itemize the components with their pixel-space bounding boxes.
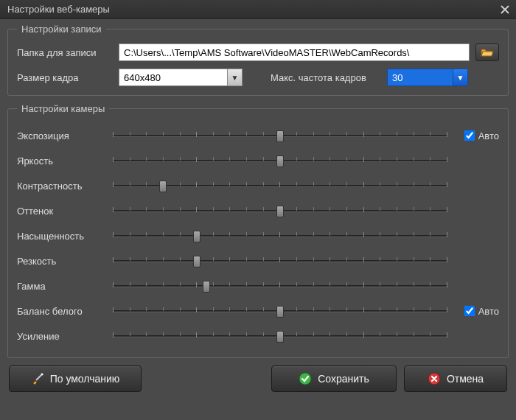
slider[interactable] — [113, 329, 447, 343]
auto-checkbox-wrap: Авто — [447, 130, 499, 141]
browse-folder-button[interactable] — [475, 43, 499, 61]
window-title: Настройки веб-камеры — [7, 4, 110, 15]
close-icon[interactable] — [498, 3, 512, 16]
folder-open-icon — [481, 47, 494, 57]
slider-thumb[interactable] — [193, 231, 201, 242]
slider-label: Резкость — [17, 256, 113, 267]
folder-label: Папка для записи — [17, 47, 113, 58]
slider-row: Насыщенность — [17, 223, 499, 248]
save-label: Сохранить — [318, 373, 369, 385]
defaults-button[interactable]: По умолчанию — [9, 365, 142, 392]
fps-label: Макс. частота кадров — [271, 72, 381, 83]
fps-value: 30 — [388, 72, 453, 83]
recording-settings-group: Настройки записи Папка для записи Размер… — [7, 24, 509, 96]
slider-label: Усиление — [17, 331, 113, 342]
frame-size-select[interactable]: 640x480 ▼ — [119, 69, 243, 86]
slider-thumb[interactable] — [276, 331, 284, 343]
svg-point-1 — [299, 373, 311, 385]
auto-label: Авто — [478, 306, 499, 317]
cancel-button[interactable]: Отмена — [404, 365, 507, 392]
x-circle-icon — [428, 372, 441, 385]
camera-legend: Настройки камеры — [17, 103, 109, 114]
slider-row: Усиление — [17, 323, 499, 349]
slider-label: Яркость — [17, 155, 113, 167]
slider-row: Баланс белогоАвто — [17, 298, 499, 323]
fps-select[interactable]: 30 ▼ — [387, 69, 468, 86]
slider[interactable] — [113, 178, 447, 193]
auto-checkbox[interactable] — [464, 306, 475, 316]
slider-label: Насыщенность — [17, 231, 113, 242]
slider-row: Гамма — [17, 273, 499, 298]
slider-thumb[interactable] — [193, 256, 201, 267]
svg-point-0 — [41, 374, 43, 376]
slider[interactable] — [113, 304, 447, 318]
slider-label: Экспозиция — [17, 130, 113, 141]
auto-checkbox[interactable] — [464, 130, 475, 141]
slider[interactable] — [113, 153, 447, 168]
recording-folder-input[interactable] — [119, 43, 470, 61]
slider-thumb[interactable] — [203, 281, 210, 293]
slider[interactable] — [113, 279, 447, 293]
auto-label: Авто — [478, 130, 499, 141]
chevron-down-icon: ▼ — [453, 69, 467, 85]
slider[interactable] — [113, 128, 447, 143]
slider-thumb[interactable] — [276, 130, 284, 142]
frame-size-label: Размер кадра — [17, 72, 113, 83]
brush-icon — [31, 372, 44, 385]
slider[interactable] — [113, 203, 447, 218]
slider-thumb[interactable] — [159, 181, 167, 192]
cancel-label: Отмена — [447, 373, 484, 385]
chevron-down-icon: ▼ — [227, 69, 242, 85]
slider[interactable] — [113, 253, 447, 268]
save-button[interactable]: Сохранить — [271, 365, 397, 392]
slider-thumb[interactable] — [276, 306, 284, 318]
slider-row: Яркость — [17, 148, 499, 173]
slider-label: Баланс белого — [17, 306, 113, 317]
titlebar: Настройки веб-камеры — [0, 0, 516, 19]
slider-label: Гамма — [17, 281, 113, 292]
slider-row: ЭкспозицияАвто — [17, 123, 499, 148]
slider-label: Оттенок — [17, 206, 113, 217]
auto-checkbox-wrap: Авто — [447, 306, 499, 317]
button-bar: По умолчанию Сохранить Отмена — [7, 365, 509, 392]
slider-thumb[interactable] — [276, 155, 284, 167]
camera-settings-group: Настройки камеры ЭкспозицияАвтоЯркостьКо… — [7, 103, 509, 358]
slider-row: Резкость — [17, 248, 499, 273]
slider-thumb[interactable] — [276, 206, 284, 217]
frame-size-value: 640x480 — [119, 72, 227, 83]
recording-legend: Настройки записи — [17, 24, 106, 35]
defaults-label: По умолчанию — [50, 373, 120, 385]
slider[interactable] — [113, 228, 447, 243]
slider-row: Оттенок — [17, 198, 499, 223]
check-circle-icon — [299, 372, 312, 385]
slider-label: Контрастность — [17, 181, 113, 192]
slider-row: Контрастность — [17, 173, 499, 198]
